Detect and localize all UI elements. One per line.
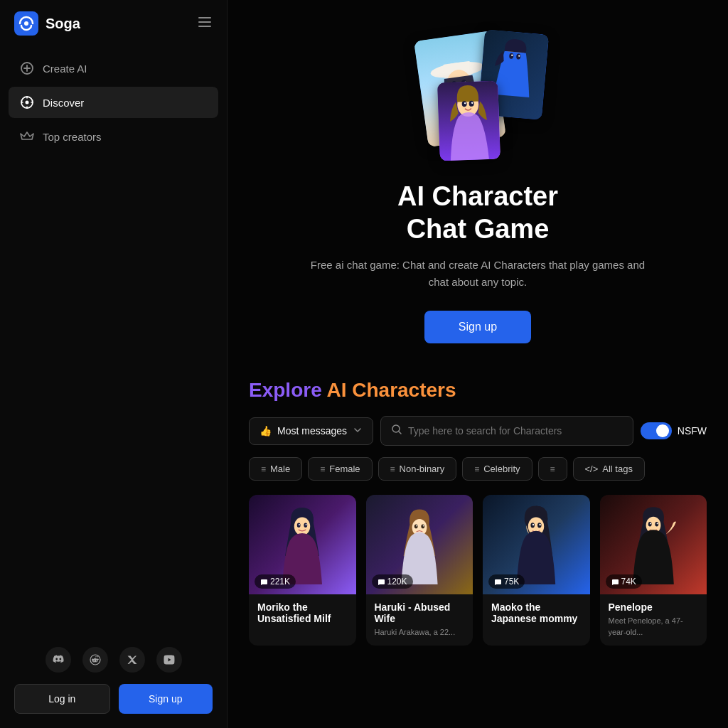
hero-subtitle: Free ai chat game: Chat and create AI Ch… xyxy=(300,257,655,291)
svg-point-7 xyxy=(26,101,29,105)
svg-point-34 xyxy=(297,523,301,528)
search-input[interactable] xyxy=(408,425,623,437)
all-tags-button[interactable]: </> All tags xyxy=(573,457,645,481)
create-ai-label: Create AI xyxy=(43,63,87,75)
tag-more[interactable]: ≡ xyxy=(538,457,567,481)
moriko-info: Moriko the Unsatisfied Milf xyxy=(249,594,356,634)
penelope-info: Penelope Meet Penelope, a 47-year-old... xyxy=(600,594,707,645)
search-icon xyxy=(391,424,402,438)
maoko-name: Maoko the Japanese mommy xyxy=(491,601,582,624)
discord-icon[interactable] xyxy=(46,647,71,673)
discover-label: Discover xyxy=(43,97,84,109)
svg-rect-3 xyxy=(198,21,211,23)
tag-female[interactable]: ≡ Female xyxy=(308,457,372,481)
svg-point-37 xyxy=(306,524,307,525)
haruki-desc: Haruki Arakawa, a 22... xyxy=(375,627,465,638)
svg-point-55 xyxy=(656,523,658,525)
search-bar xyxy=(380,416,633,446)
tag-female-label: Female xyxy=(329,464,360,474)
app-name: Soga xyxy=(46,16,80,32)
tag-celebrity-label: Celebrity xyxy=(483,464,520,474)
svg-point-53 xyxy=(655,522,658,526)
sidebar-nav: Create AI Discover Top creators xyxy=(0,47,227,633)
tag-celebrity[interactable]: ≡ Celebrity xyxy=(462,457,532,481)
tags-row: ≡ Male ≡ Female ≡ Non-binary ≡ Celebrity… xyxy=(249,457,707,481)
auth-buttons: Log in Sign up xyxy=(14,684,213,714)
tag-male[interactable]: ≡ Male xyxy=(249,457,302,481)
sort-dropdown[interactable]: 👍 Most messages xyxy=(249,417,373,445)
reddit-icon[interactable] xyxy=(82,647,108,673)
hero-card-3 xyxy=(437,81,500,161)
card-image-maoko: 75K xyxy=(483,495,590,594)
login-button[interactable]: Log in xyxy=(14,684,110,714)
penelope-name: Penelope xyxy=(609,601,699,613)
moriko-name: Moriko the Unsatisfied Milf xyxy=(257,601,348,624)
character-card-moriko[interactable]: 221K Moriko the Unsatisfied Milf xyxy=(249,495,356,645)
youtube-icon[interactable] xyxy=(156,647,182,673)
svg-point-33 xyxy=(294,518,310,536)
svg-point-36 xyxy=(299,524,300,525)
card-image-moriko: 221K xyxy=(249,495,356,594)
sidebar-item-create[interactable]: Create AI xyxy=(9,53,218,84)
social-icons xyxy=(14,647,213,673)
haruki-msg-count: 120K xyxy=(372,574,413,589)
all-tags-code-icon: </> xyxy=(585,464,599,474)
penelope-msg-count: 74K xyxy=(606,574,642,589)
tag-male-icon: ≡ xyxy=(261,464,266,474)
svg-point-42 xyxy=(416,525,417,527)
explore-section: Explore AI Characters 👍 Most messages xyxy=(228,365,728,659)
hero-signup-button[interactable]: Sign up xyxy=(424,311,531,343)
svg-point-41 xyxy=(421,525,424,529)
tag-non-binary-icon: ≡ xyxy=(390,464,395,474)
twitter-icon[interactable] xyxy=(119,647,145,673)
card-image-haruki: 120K xyxy=(366,495,473,594)
haruki-info: Haruki - Abused Wife Haruki Arakawa, a 2… xyxy=(366,594,473,645)
hero-images xyxy=(400,28,556,164)
explore-title: Explore AI Characters xyxy=(249,379,707,402)
filters-row: 👍 Most messages xyxy=(249,416,707,446)
tag-non-binary-label: Non-binary xyxy=(400,464,445,474)
thumbs-up-icon: 👍 xyxy=(259,425,272,437)
tag-non-binary[interactable]: ≡ Non-binary xyxy=(378,457,457,481)
all-tags-label: All tags xyxy=(602,464,633,474)
top-creators-label: Top creators xyxy=(43,131,102,143)
penelope-desc: Meet Penelope, a 47-year-old... xyxy=(609,616,699,638)
chevron-icon xyxy=(353,425,363,437)
explore-title-part1: Explore xyxy=(249,379,322,401)
svg-point-49 xyxy=(540,524,541,525)
nsfw-toggle[interactable] xyxy=(641,422,672,439)
explore-title-part2: AI Characters xyxy=(326,379,456,401)
character-card-haruki[interactable]: 120K Haruki - Abused Wife Haruki Arakawa… xyxy=(366,495,473,645)
tag-male-label: Male xyxy=(270,464,290,474)
character-card-maoko[interactable]: 75K Maoko the Japanese mommy xyxy=(483,495,590,645)
tag-female-icon: ≡ xyxy=(320,464,325,474)
haruki-name: Haruki - Abused Wife xyxy=(375,601,465,624)
svg-point-54 xyxy=(650,523,651,525)
plus-circle-icon xyxy=(20,61,34,75)
svg-rect-2 xyxy=(198,17,211,18)
sidebar-toggle-icon[interactable] xyxy=(197,14,213,33)
moriko-msg-count: 221K xyxy=(255,574,296,589)
logo-area: Soga xyxy=(14,11,80,36)
tag-more-icon: ≡ xyxy=(550,464,555,474)
sidebar-item-discover[interactable]: Discover xyxy=(9,87,218,118)
logo-icon xyxy=(14,11,38,36)
main-content: AI Character Chat Game Free ai chat game… xyxy=(228,0,728,728)
nsfw-label: NSFW xyxy=(678,425,707,437)
sidebar-bottom: Log in Sign up xyxy=(0,633,227,728)
nsfw-toggle-area: NSFW xyxy=(641,422,707,439)
compass-icon xyxy=(20,95,34,109)
svg-point-35 xyxy=(304,523,308,528)
sidebar-header: Soga xyxy=(0,0,227,47)
svg-point-48 xyxy=(532,524,534,525)
svg-point-43 xyxy=(422,525,424,527)
crown-icon xyxy=(20,129,34,144)
character-card-penelope[interactable]: 74K Penelope Meet Penelope, a 47-year-ol… xyxy=(600,495,707,645)
svg-point-40 xyxy=(414,525,418,529)
sidebar-item-top-creators[interactable]: Top creators xyxy=(9,121,218,152)
hero-title: AI Character Chat Game xyxy=(397,181,558,245)
svg-point-1 xyxy=(24,21,28,26)
signup-sidebar-button[interactable]: Sign up xyxy=(119,684,213,714)
svg-rect-4 xyxy=(198,26,211,27)
maoko-msg-count: 75K xyxy=(488,574,525,589)
